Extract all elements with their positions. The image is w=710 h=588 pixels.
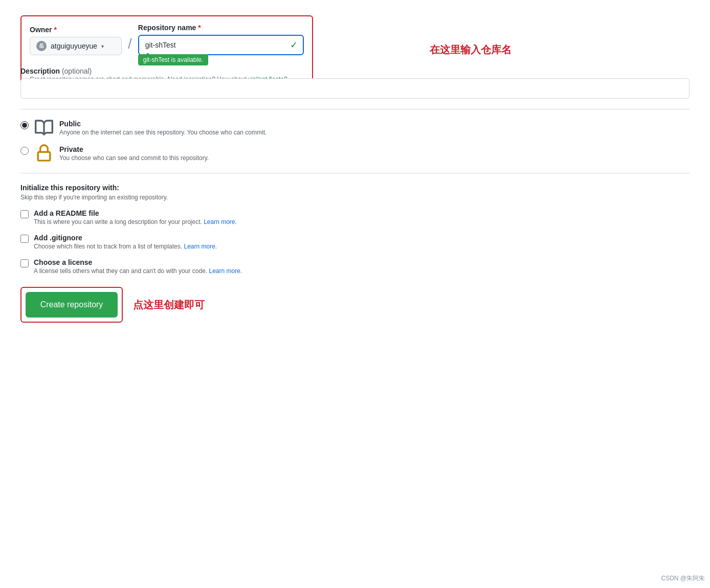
create-annotation-text: 点这里创建即可 <box>133 298 205 312</box>
available-message-text: git-shTest is available. <box>143 56 203 63</box>
license-learn-more-link[interactable]: Learn more. <box>209 267 242 275</box>
gitignore-checkbox[interactable] <box>20 235 29 243</box>
owner-username: atguiguyueyue <box>51 42 97 50</box>
gitignore-learn-more-link[interactable]: Learn more. <box>184 243 217 250</box>
description-input[interactable] <box>20 78 690 99</box>
gitignore-text: Add .gitignore Choose which files not to… <box>34 234 217 250</box>
repo-name-input[interactable] <box>139 36 303 54</box>
visibility-section: Public Anyone on the internet can see th… <box>20 120 690 163</box>
license-label: Choose a license <box>34 258 242 266</box>
public-option: Public Anyone on the internet can see th… <box>20 120 690 137</box>
owner-required-star: * <box>54 26 56 34</box>
license-text: Choose a license A license tells others … <box>34 258 242 275</box>
public-description: Anyone on the internet can see this repo… <box>59 129 267 136</box>
repo-name-label-text: Repository name <box>138 24 196 32</box>
optional-text: (optional) <box>62 67 92 75</box>
lock-icon <box>35 144 53 163</box>
readme-learn-more-link[interactable]: Learn more. <box>204 218 237 225</box>
private-option: Private You choose who can see and commi… <box>20 145 690 163</box>
readme-label: Add a README file <box>34 209 237 217</box>
owner-section: Owner * 岳 atguiguyueyue ▾ <box>30 26 122 55</box>
initialize-section: Initialize this repository with: Skip th… <box>20 184 690 275</box>
divider-2 <box>20 173 690 173</box>
checkmark-icon: ✓ <box>290 39 298 51</box>
private-label: Private <box>59 145 209 153</box>
public-label: Public <box>59 120 267 128</box>
readme-text: Add a README file This is where you can … <box>34 209 237 225</box>
description-label-text: Description <box>20 67 60 75</box>
license-checkbox[interactable] <box>20 259 29 267</box>
repo-annotation-text: 在这里输入仓库名 <box>430 43 512 57</box>
gitignore-description: Choose which files not to track from a l… <box>34 243 217 250</box>
public-visibility-text: Public Anyone on the internet can see th… <box>59 120 267 136</box>
owner-dropdown[interactable]: 岳 atguiguyueyue ▾ <box>30 37 122 55</box>
slash-divider: / <box>122 35 138 53</box>
repo-name-field-wrapper: ✓ git-shTest is available. <box>138 35 304 55</box>
init-subtitle: Skip this step if you're importing an ex… <box>20 194 690 201</box>
private-description: You choose who can see and commit to thi… <box>59 154 209 162</box>
book-icon <box>35 119 53 137</box>
license-option: Choose a license A license tells others … <box>20 258 690 275</box>
public-radio[interactable] <box>20 121 29 129</box>
owner-label: Owner * <box>30 26 122 34</box>
owner-avatar: 岳 <box>36 41 47 51</box>
owner-repo-row: Owner * 岳 atguiguyueyue ▾ / Repository n… <box>30 24 304 55</box>
license-description: A license tells others what they can and… <box>34 267 242 275</box>
gitignore-label: Add .gitignore <box>34 234 217 242</box>
repo-name-outer: Repository name * ✓ git-shTest is availa… <box>138 24 304 55</box>
chevron-down-icon: ▾ <box>101 43 104 49</box>
readme-checkbox[interactable] <box>20 210 29 218</box>
private-visibility-text: Private You choose who can see and commi… <box>59 145 209 162</box>
repo-name-required-star: * <box>198 24 201 32</box>
init-title: Initialize this repository with: <box>20 184 690 192</box>
bottom-section: Create repository 点这里创建即可 <box>20 287 690 323</box>
repo-name-label: Repository name * <box>138 24 304 32</box>
repo-name-input-wrapper: ✓ <box>138 35 304 55</box>
create-button-wrapper: Create repository <box>20 287 123 323</box>
readme-description: This is where you can write a long descr… <box>34 218 237 225</box>
readme-option: Add a README file This is where you can … <box>20 209 690 225</box>
owner-label-text: Owner <box>30 26 52 34</box>
private-radio[interactable] <box>20 147 29 155</box>
gitignore-option: Add .gitignore Choose which files not to… <box>20 234 690 250</box>
create-repository-button[interactable]: Create repository <box>26 292 118 318</box>
divider-1 <box>20 109 690 109</box>
availability-tooltip: git-shTest is available. <box>138 54 208 65</box>
